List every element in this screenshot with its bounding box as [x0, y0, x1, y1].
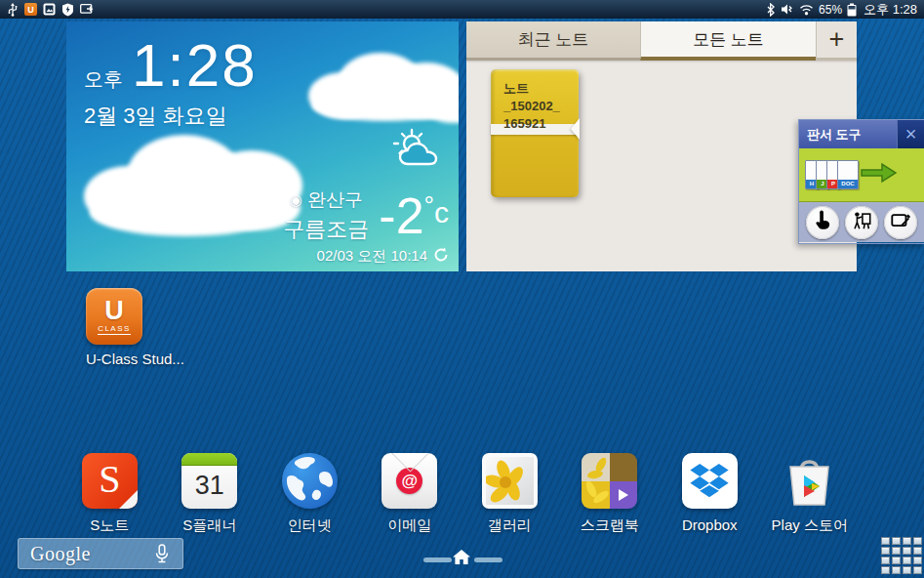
- shield-icon: [61, 3, 74, 17]
- smart-view-icon: [80, 3, 95, 16]
- green-arrow-icon: [861, 161, 898, 188]
- bluetooth-icon: [766, 3, 776, 17]
- apps-grid-cell: [881, 547, 890, 555]
- apps-button[interactable]: [881, 537, 922, 574]
- panel-titlebar[interactable]: 판서 도구 ×: [799, 120, 924, 148]
- dock-item-internet[interactable]: 인터넷: [260, 453, 360, 535]
- screen-write-icon: [890, 210, 911, 235]
- status-bar[interactable]: U 65% 오후 1:28: [0, 0, 924, 19]
- apps-grid-cell: [903, 537, 911, 545]
- dock-label: 이메일: [387, 516, 431, 535]
- scrapbook-app-icon: [582, 453, 637, 509]
- snote-letter: S: [99, 460, 120, 499]
- weather-temperature: -2 ° c: [379, 190, 449, 241]
- screenshot-icon: [43, 3, 56, 16]
- dock-item-gallery[interactable]: 갤러리: [460, 453, 560, 535]
- snote-app-icon: S: [82, 453, 138, 509]
- clock-date: 2월 3일 화요일: [84, 102, 258, 131]
- home-page-icon[interactable]: [453, 550, 470, 569]
- note-title-line1: 노트_150202_: [503, 80, 579, 115]
- dock-label: S플래너: [182, 516, 236, 535]
- apps-grid-cell: [892, 566, 901, 574]
- internet-globe-icon: [282, 453, 338, 509]
- note-title: 노트_150202_ 165921: [503, 80, 579, 134]
- weather-info: ◉완산구 구름조금 -2 ° c 02/03 오전 10:14: [283, 187, 449, 266]
- file-badge: DOC: [838, 180, 858, 188]
- dock-item-splanner[interactable]: 31 S플래너: [160, 453, 261, 535]
- dock-label: 스크랩북: [581, 516, 639, 535]
- panel-toolbar: [799, 202, 924, 242]
- battery-icon: [847, 3, 857, 17]
- presenter-tool-button[interactable]: [845, 206, 878, 239]
- note-title-line2: 165921: [503, 115, 579, 133]
- page-indicator-left[interactable]: [423, 557, 452, 562]
- note-item[interactable]: 노트_150202_ 165921: [491, 69, 579, 197]
- location-icon: ◉: [290, 191, 302, 209]
- weather-clock-widget[interactable]: 오후 1:28 2월 3일 화요일 ◉완산구 구름조금 -2 ° c: [66, 21, 459, 271]
- touch-tool-button[interactable]: [806, 206, 839, 239]
- status-clock: 오후 1:28: [864, 1, 917, 19]
- snote-fold-corner: [119, 490, 138, 509]
- dock-item-email[interactable]: @ 이메일: [360, 453, 461, 535]
- temp-value: -2: [379, 190, 423, 241]
- dock-item-playstore[interactable]: Play 스토어: [760, 453, 861, 535]
- playstore-app-icon: [782, 453, 837, 509]
- panel-title: 판서 도구: [799, 126, 862, 144]
- dock-item-dropbox[interactable]: Dropbox: [660, 453, 760, 535]
- email-app-icon: @: [382, 453, 437, 509]
- status-bar-right: 65% 오후 1:28: [766, 1, 917, 19]
- google-search-widget[interactable]: Google: [18, 538, 183, 569]
- gallery-app-icon: [482, 453, 538, 509]
- apps-grid-cell: [903, 547, 911, 555]
- page-indicator-right[interactable]: [474, 557, 502, 562]
- refresh-icon[interactable]: [433, 247, 449, 266]
- scrap-cell: [582, 481, 610, 510]
- weather-location: 완산구: [307, 187, 363, 213]
- dock-label: Dropbox: [682, 516, 738, 533]
- mute-vibrate-icon: [781, 3, 794, 16]
- apps-grid-cell: [903, 557, 911, 564]
- dock-item-snote[interactable]: S S노트: [60, 453, 160, 535]
- apps-grid-cell: [913, 566, 922, 574]
- dock-label: S노트: [90, 516, 129, 535]
- tab-recent-notes[interactable]: 최근 노트: [466, 21, 640, 61]
- calendar-number: 31: [195, 471, 224, 501]
- apps-grid-cell: [892, 537, 901, 545]
- add-note-button[interactable]: +: [816, 21, 857, 61]
- status-bar-left: U: [7, 3, 95, 17]
- apps-grid-cell: [913, 537, 922, 545]
- partly-cloudy-icon: [390, 127, 447, 178]
- home-screen: U 65% 오후 1:28: [0, 0, 924, 578]
- google-logo: Google: [19, 543, 91, 565]
- clock-time: 1:28: [132, 35, 258, 96]
- envelope-flap: [382, 453, 437, 475]
- apps-grid-cell: [892, 547, 901, 555]
- apps-grid-cell: [881, 566, 890, 574]
- dock-label: 갤러리: [488, 516, 532, 535]
- usb-icon: [7, 3, 19, 17]
- scrap-cell: [610, 481, 638, 510]
- apps-grid-cell: [892, 557, 901, 564]
- presenter-icon: [851, 210, 872, 235]
- weather-condition: 구름조금: [283, 215, 369, 244]
- apps-grid-cell: [913, 557, 922, 564]
- microphone-icon[interactable]: [154, 544, 170, 563]
- shortcut-uclass[interactable]: U CLASS U-Class Stud...: [86, 288, 142, 367]
- screen-write-tool-button[interactable]: [884, 206, 917, 239]
- dock-item-scrapbook[interactable]: 스크랩북: [560, 453, 661, 535]
- file-formats-icon: H J P DOC: [805, 160, 856, 189]
- close-icon[interactable]: ×: [897, 120, 924, 148]
- document-export-button[interactable]: H J P DOC: [799, 148, 924, 202]
- uclass-app-icon: U CLASS: [86, 288, 142, 345]
- flower-graphic: [486, 457, 534, 505]
- calendar-strip: [181, 453, 237, 466]
- clock-block: 오후 1:28 2월 3일 화요일: [84, 35, 258, 131]
- apps-grid-cell: [913, 547, 922, 555]
- scrap-cell: [610, 453, 638, 481]
- uclass-subtext: CLASS: [98, 324, 131, 335]
- dock-label: Play 스토어: [772, 516, 848, 535]
- apps-grid-cell: [903, 566, 911, 574]
- tab-all-notes[interactable]: 모든 노트: [640, 21, 816, 61]
- apps-grid-cell: [881, 537, 890, 545]
- app-dock: S S노트 31 S플래너 인터넷 @ 이메일: [60, 453, 860, 535]
